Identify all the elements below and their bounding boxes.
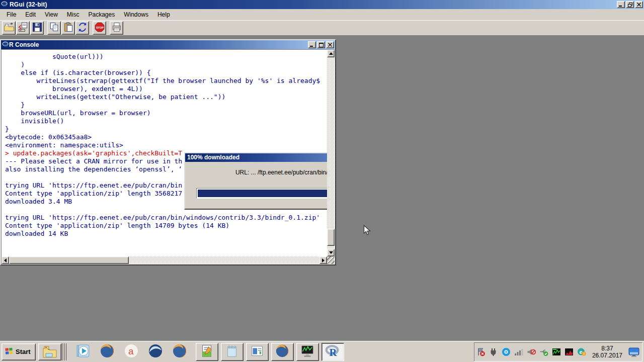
console-line: Content type 'application/zip' length 14… [5, 222, 327, 230]
r-logo-taskbar-button[interactable]: R [321, 343, 344, 361]
console-line: <environment: namespace:utils> [5, 141, 327, 149]
horizontal-scroll-thumb[interactable] [9, 256, 129, 264]
clock-date: 26.07.2017 [592, 352, 622, 359]
paste-button[interactable] [61, 21, 75, 35]
notepad-taskbar-button[interactable] [221, 343, 244, 361]
notepad-plus-taskbar-button[interactable] [196, 343, 218, 361]
horizontal-scrollbar[interactable] [2, 256, 327, 264]
resize-grip[interactable] [327, 256, 335, 264]
download-url-label: URL: ... /ftp.eenet.ee/pub/cran/bin/w [185, 169, 327, 176]
screen: { "app": { "title": "RGui (32-bit)", "wi… [0, 0, 644, 362]
console-line: } [5, 101, 327, 109]
action-flag-icon[interactable] [476, 347, 486, 356]
console-maximize-button[interactable] [317, 41, 325, 48]
volume-muted-icon[interactable] [527, 347, 536, 356]
scroll-up-button[interactable] [327, 50, 335, 57]
seamonkey-icon [147, 343, 164, 360]
seamonkey-quicklaunch[interactable] [147, 344, 164, 360]
console-line: ) [5, 61, 327, 69]
toolbar: STOP [0, 20, 644, 36]
svg-text:a: a [128, 346, 134, 356]
scroll-left-button[interactable] [2, 256, 9, 264]
console-line: browser), exdent = 4L)) [5, 85, 327, 93]
notepad-plus-icon [199, 343, 214, 360]
menu-packages[interactable]: Packages [84, 10, 120, 20]
console-line: invisible() [5, 117, 327, 125]
stop-computation-icon: STOP [94, 22, 105, 34]
close-button[interactable] [635, 1, 643, 8]
usb-safe-remove-icon[interactable] [539, 347, 549, 356]
system-monitor-icon [300, 343, 315, 360]
scroll-down-button[interactable] [327, 249, 335, 256]
save-workspace-button[interactable] [30, 21, 44, 35]
vertical-scroll-thumb[interactable] [327, 229, 335, 246]
copy-and-paste-icon [77, 22, 88, 34]
r-console-window: R R Console sQuote(url))) ) else if (is.… [0, 39, 336, 265]
svg-text:R: R [3, 2, 7, 7]
r-console-window-controls [308, 41, 334, 48]
console-line: else if (is.character(browser)) { [5, 69, 327, 77]
firefox-taskbar-button[interactable] [271, 343, 294, 361]
scroll-right-button[interactable] [319, 256, 327, 264]
firefox-icon [275, 343, 290, 360]
signal-bars-icon[interactable] [514, 347, 524, 356]
console-text-area[interactable]: sQuote(url))) ) else if (is.character(br… [2, 50, 327, 256]
firefox-quicklaunch[interactable] [99, 344, 115, 360]
load-workspace-button[interactable] [16, 21, 30, 35]
menu-misc[interactable]: Misc [62, 10, 84, 20]
firefox-quicklaunch[interactable] [172, 344, 188, 360]
menu-view[interactable]: View [40, 10, 62, 20]
menu-windows[interactable]: Windows [119, 10, 153, 20]
notepad-icon [224, 343, 239, 360]
paste-icon [63, 22, 74, 34]
menu-bar: FileEditViewMiscPackagesWindowsHelp [0, 9, 644, 20]
system-monitor-taskbar-button[interactable] [296, 343, 319, 361]
print-button[interactable] [110, 21, 123, 35]
window-title: RGui (32-bit) [10, 1, 47, 8]
window-doc-taskbar-button[interactable] [246, 343, 269, 361]
copy-and-paste-button[interactable] [75, 21, 89, 35]
windows-flag-icon [5, 346, 14, 357]
copy-button[interactable] [47, 21, 61, 35]
menu-file[interactable]: File [2, 10, 21, 20]
console-client: sQuote(url))) ) else if (is.character(br… [1, 49, 335, 264]
console-line: writeLines(strwrap(gettextf("If the brow… [5, 77, 327, 85]
minimize-button[interactable] [617, 1, 625, 8]
power-plug-icon[interactable] [489, 347, 499, 356]
tray-icons: e [476, 347, 587, 356]
console-line: browseURL(url, browser = browser) [5, 109, 327, 117]
start-button[interactable]: Start [2, 343, 36, 360]
antivirus-alert-icon[interactable]: e [577, 347, 587, 356]
svg-text:STOP: STOP [96, 26, 103, 29]
r-console-titlebar[interactable]: R R Console [1, 40, 335, 49]
media-player-quicklaunch[interactable] [75, 344, 91, 360]
blue-disc-icon[interactable] [502, 347, 511, 356]
restore-button[interactable] [626, 1, 634, 8]
console-minimize-button[interactable] [308, 41, 316, 48]
a-browser-quicklaunch[interactable]: a [123, 344, 139, 360]
download-progress-bar [196, 188, 327, 199]
download-dialog-titlebar[interactable]: 100% downloaded [185, 153, 327, 162]
stop-computation-button[interactable]: STOP [93, 21, 106, 35]
svg-text:R: R [4, 42, 8, 47]
open-script-button[interactable] [2, 21, 16, 35]
vertical-scrollbar[interactable] [327, 50, 335, 256]
system-tray: e 8:37 26.07.2017 [474, 342, 642, 361]
svg-text:R: R [330, 347, 338, 358]
stacked-windows-bars[interactable] [62, 343, 67, 360]
window-buttons-area: R [188, 343, 344, 361]
taskbar-clock[interactable]: 8:37 26.07.2017 [590, 345, 625, 359]
explorer-taskbar-button[interactable] [38, 343, 61, 360]
copy-icon [49, 22, 60, 34]
console-close-button[interactable] [326, 41, 334, 48]
cpu-graph-icon[interactable] [565, 347, 574, 356]
show-desktop-icon[interactable] [628, 346, 640, 358]
menu-edit[interactable]: Edit [21, 10, 40, 20]
network-graph-icon[interactable] [552, 347, 561, 356]
r-console-icon: R [2, 41, 9, 49]
rgui-titlebar[interactable]: R RGui (32-bit) [0, 0, 644, 9]
console-line: writeLines(gettext("Otherwise, be patien… [5, 93, 327, 101]
rgui-window: R RGui (32-bit) FileEditViewMiscPackages… [0, 0, 644, 36]
menu-help[interactable]: Help [153, 10, 175, 20]
console-line: sQuote(url))) [5, 53, 327, 61]
